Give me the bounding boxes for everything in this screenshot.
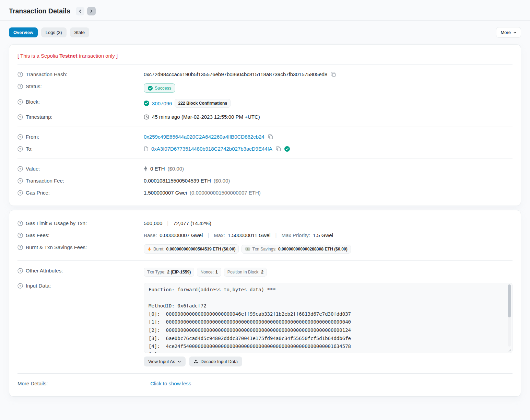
row-other-attributes: ? Other Attributes: Txn Type: 2 (EIP-155… (17, 265, 513, 280)
view-input-as-label: View Input As (148, 359, 175, 364)
burnt-fee-badge: Burnt: 0.000000000000504539 ETH ($0.00) (144, 244, 239, 254)
svg-text:?: ? (19, 135, 21, 139)
svg-text:?: ? (19, 100, 21, 104)
tabs: Overview Logs (3) State (9, 27, 89, 37)
transaction-fee-label: Transaction Fee: (26, 178, 64, 184)
nonce-badge: Nonce: 1 (197, 268, 221, 277)
copy-icon[interactable] (267, 134, 274, 139)
tab-state[interactable]: State (70, 27, 89, 37)
previous-transaction-button[interactable] (76, 7, 84, 15)
warning-text-bold: Testnet (59, 53, 77, 59)
row-gas-limit-usage: ? Gas Limit & Usage by Txn: 500,000 | 72… (17, 217, 513, 229)
from-address-link[interactable]: 0x259c49E65644a020C2A642260a4ffB0CD862cb… (144, 134, 264, 140)
svg-text:?: ? (19, 233, 21, 237)
svg-text:?: ? (19, 245, 21, 249)
block-confirmations-badge: 222 Block Confirmations (175, 99, 231, 108)
help-icon[interactable]: ? (17, 84, 23, 89)
check-circle-icon (148, 86, 153, 91)
gas-limit-value: 500,000 (144, 220, 162, 226)
help-icon[interactable]: ? (17, 190, 23, 196)
overview-card: [ This is a Sepolia Testnet transaction … (9, 44, 521, 206)
resize-grip-icon[interactable] (508, 349, 511, 352)
warning-text-post: transaction only ] (78, 53, 118, 59)
row-label-group: ? Burnt & Txn Savings Fees: (17, 244, 144, 250)
more-dropdown-button[interactable]: More (496, 27, 521, 38)
click-to-show-less-link[interactable]: — Click to show less (144, 381, 191, 386)
to-label: To: (26, 146, 33, 152)
gas-price-eth: (0.000000001500000007 ETH) (190, 190, 261, 196)
svg-text:?: ? (19, 191, 21, 195)
svg-text:?: ? (19, 84, 21, 88)
max-fee-label: Max: (214, 232, 225, 238)
max-priority-value: 1.5 Gwei (313, 232, 333, 238)
chevron-down-icon (513, 31, 517, 34)
next-transaction-button[interactable] (87, 7, 96, 15)
row-transaction-fee: ? Transaction Fee: 0.000108115500504539 … (17, 175, 513, 187)
row-label-group: ? Input Data: (17, 283, 144, 289)
svg-text:?: ? (19, 147, 21, 151)
tab-overview[interactable]: Overview (9, 27, 38, 37)
row-block: ? Block: 3007096 222 Block Confirmations (17, 96, 513, 111)
help-icon[interactable]: ? (17, 268, 23, 273)
row-label-group: ? Gas Price: (17, 190, 144, 196)
separator: | (205, 232, 211, 238)
page-title: Transaction Details (9, 7, 70, 15)
row-from: ? From: 0x259c49E65644a020C2A642260a4ffB… (17, 131, 513, 143)
txn-savings-value: 0.000000000000288308 ETH ($0.00) (278, 247, 348, 252)
row-label-group: ? Value: (17, 166, 144, 172)
burnt-label: Burnt: (153, 247, 165, 252)
decode-icon (193, 359, 198, 364)
help-icon[interactable]: ? (17, 233, 23, 238)
block-number-link[interactable]: 3007096 (152, 101, 172, 106)
help-icon[interactable]: ? (17, 283, 23, 289)
page-header: Transaction Details (0, 0, 530, 21)
value-label: Value: (26, 166, 40, 172)
row-label-group: ? Gas Limit & Usage by Txn: (17, 220, 144, 226)
transaction-fee-amount: 0.000108115500504539 ETH (144, 178, 211, 184)
help-icon[interactable]: ? (17, 72, 23, 77)
copy-icon[interactable] (275, 146, 282, 151)
help-icon[interactable]: ? (17, 178, 23, 184)
divider (17, 373, 513, 374)
scrollbar-thumb[interactable] (508, 284, 511, 317)
flame-icon (147, 246, 152, 252)
help-icon[interactable]: ? (17, 245, 23, 250)
input-data-label: Input Data: (26, 283, 51, 289)
more-button-label: More (500, 30, 511, 35)
timestamp-label: Timestamp: (26, 114, 52, 120)
warning-text-pre: [ This is a Sepolia (17, 53, 59, 59)
decode-input-data-button[interactable]: Decode Input Data (189, 357, 242, 366)
input-data-textarea[interactable]: Function: forward(address to,bytes data)… (144, 283, 513, 353)
row-burnt-savings: ? Burnt & Txn Savings Fees: Burnt: 0.000… (17, 241, 513, 257)
timestamp-value: 45 mins ago (Mar-02-2023 12:55:00 PM +UT… (152, 114, 260, 120)
to-address-link[interactable]: 0xA3f07D6773514480b918C2742b027b3acD9E44… (151, 146, 272, 152)
divider (17, 159, 513, 159)
nonce-value: 1 (215, 270, 218, 275)
divider (17, 64, 513, 65)
row-gas-price: ? Gas Price: 1.500000007 Gwei (0.0000000… (17, 187, 513, 199)
base-fee-value: 0.000000007 Gwei (160, 232, 203, 238)
verified-check-icon (284, 146, 290, 152)
svg-text:$: $ (247, 248, 248, 250)
gas-price-label: Gas Price: (26, 190, 50, 196)
help-icon[interactable]: ? (17, 99, 23, 105)
help-icon[interactable]: ? (17, 114, 23, 120)
help-icon[interactable]: ? (17, 221, 23, 226)
copy-icon[interactable] (330, 72, 337, 77)
position-value: 2 (261, 270, 263, 275)
view-input-as-button[interactable]: View Input As (144, 357, 186, 366)
svg-text:?: ? (19, 167, 21, 171)
details-card: ? Gas Limit & Usage by Txn: 500,000 | 72… (9, 210, 521, 397)
eth-icon (144, 166, 148, 172)
txn-type-label: Txn Type: (147, 270, 165, 275)
help-icon[interactable]: ? (17, 146, 23, 152)
input-data-scrollbar[interactable] (508, 284, 511, 347)
txn-type-badge: Txn Type: 2 (EIP-1559) (144, 268, 194, 277)
tab-logs[interactable]: Logs (3) (41, 27, 67, 37)
svg-text:?: ? (19, 221, 21, 225)
other-attributes-label: Other Attributes: (26, 268, 63, 273)
status-badge-text: Success (155, 85, 171, 91)
help-icon[interactable]: ? (17, 134, 23, 140)
row-more-details: More Details: — Click to show less (17, 377, 513, 389)
help-icon[interactable]: ? (17, 166, 23, 172)
